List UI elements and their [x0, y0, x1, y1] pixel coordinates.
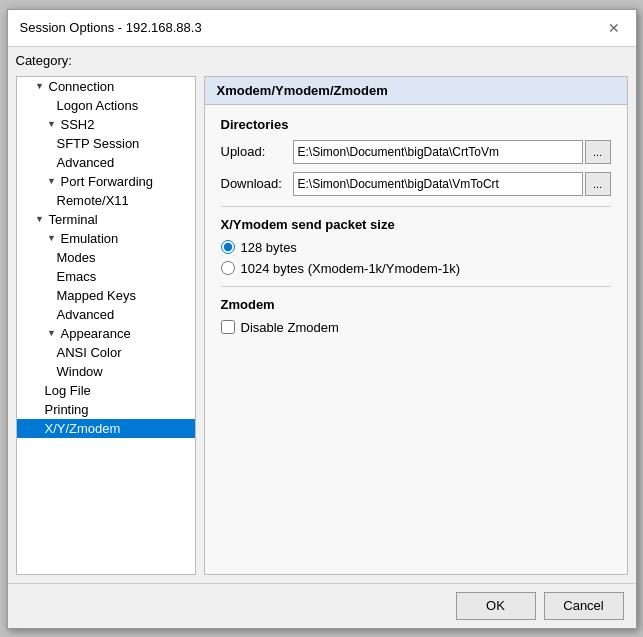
content-inner: Directories Upload: ... Download: ... [205, 105, 627, 574]
sidebar-label-advanced-emulation: Advanced [57, 307, 115, 322]
sidebar-item-emulation[interactable]: ▼ Emulation [17, 229, 195, 248]
sidebar-label-appearance: Appearance [61, 326, 131, 341]
sidebar-item-printing[interactable]: Printing [17, 400, 195, 419]
sidebar-item-ansi-color[interactable]: ANSI Color [17, 343, 195, 362]
directories-section-label: Directories [221, 117, 611, 132]
cancel-button[interactable]: Cancel [544, 592, 624, 620]
download-browse-button[interactable]: ... [585, 172, 611, 196]
radio-1024-bytes[interactable] [221, 261, 235, 275]
upload-input-container: ... [293, 140, 611, 164]
upload-label: Upload: [221, 144, 293, 159]
sidebar-item-modes[interactable]: Modes [17, 248, 195, 267]
sidebar-label-remote-x11: Remote/X11 [57, 193, 129, 208]
disable-zmodem-checkbox[interactable] [221, 320, 235, 334]
sidebar-item-advanced-emulation[interactable]: Advanced [17, 305, 195, 324]
sidebar-item-terminal[interactable]: ▼ Terminal [17, 210, 195, 229]
upload-row: Upload: ... [221, 140, 611, 164]
session-options-dialog: Session Options - 192.168.88.3 ✕ Categor… [7, 9, 637, 629]
expand-icon-connection: ▼ [33, 79, 47, 93]
sidebar-item-emacs[interactable]: Emacs [17, 267, 195, 286]
upload-input[interactable] [293, 140, 583, 164]
radio-128-label: 128 bytes [241, 240, 297, 255]
sidebar-item-sftp-session[interactable]: SFTP Session [17, 134, 195, 153]
radio-1024-label: 1024 bytes (Xmodem-1k/Ymodem-1k) [241, 261, 461, 276]
content-header: Xmodem/Ymodem/Zmodem [205, 77, 627, 105]
sidebar-label-emulation: Emulation [61, 231, 119, 246]
sidebar-label-log-file: Log File [45, 383, 91, 398]
content-area: Xmodem/Ymodem/Zmodem Directories Upload:… [204, 76, 628, 575]
sidebar-label-mapped-keys: Mapped Keys [57, 288, 137, 303]
disable-zmodem-label: Disable Zmodem [241, 320, 339, 335]
sidebar-item-window[interactable]: Window [17, 362, 195, 381]
ok-button[interactable]: OK [456, 592, 536, 620]
sidebar-label-ssh2: SSH2 [61, 117, 95, 132]
sidebar-item-appearance[interactable]: ▼ Appearance [17, 324, 195, 343]
sidebar-label-ansi-color: ANSI Color [57, 345, 122, 360]
sidebar-item-advanced-ssh[interactable]: Advanced [17, 153, 195, 172]
expand-icon-appearance: ▼ [45, 326, 59, 340]
sidebar-item-logon-actions[interactable]: Logon Actions [17, 96, 195, 115]
sidebar-label-emacs: Emacs [57, 269, 97, 284]
sidebar-label-port-forwarding: Port Forwarding [61, 174, 153, 189]
sidebar-label-modes: Modes [57, 250, 96, 265]
sidebar-item-remote-x11[interactable]: Remote/X11 [17, 191, 195, 210]
expand-icon-terminal: ▼ [33, 212, 47, 226]
disable-zmodem-row: Disable Zmodem [221, 320, 611, 335]
download-row: Download: ... [221, 172, 611, 196]
dialog-body: ▼ Connection Logon Actions ▼ SSH2 SFTP S… [8, 68, 636, 583]
expand-icon-port-forwarding: ▼ [45, 174, 59, 188]
category-label: Category: [16, 53, 72, 68]
sidebar-label-connection: Connection [49, 79, 115, 94]
dialog-title: Session Options - 192.168.88.3 [20, 20, 202, 35]
expand-icon-ssh2: ▼ [45, 117, 59, 131]
sidebar-label-printing: Printing [45, 402, 89, 417]
sidebar-item-xy-zmodem[interactable]: X/Y/Zmodem [17, 419, 195, 438]
upload-browse-button[interactable]: ... [585, 140, 611, 164]
sidebar-item-mapped-keys[interactable]: Mapped Keys [17, 286, 195, 305]
sidebar-label-sftp-session: SFTP Session [57, 136, 140, 151]
download-input-container: ... [293, 172, 611, 196]
radio-128-row: 128 bytes [221, 240, 611, 255]
zmodem-section-label: Zmodem [221, 297, 611, 312]
sidebar-item-port-forwarding[interactable]: ▼ Port Forwarding [17, 172, 195, 191]
title-bar: Session Options - 192.168.88.3 ✕ [8, 10, 636, 47]
sidebar-label-advanced-ssh: Advanced [57, 155, 115, 170]
packet-size-label: X/Ymodem send packet size [221, 217, 611, 232]
sidebar-item-log-file[interactable]: Log File [17, 381, 195, 400]
sidebar-item-connection[interactable]: ▼ Connection [17, 77, 195, 96]
sidebar-label-xy-zmodem: X/Y/Zmodem [45, 421, 121, 436]
sidebar-label-terminal: Terminal [49, 212, 98, 227]
sidebar-item-ssh2[interactable]: ▼ SSH2 [17, 115, 195, 134]
sidebar-label-window: Window [57, 364, 103, 379]
expand-icon-emulation: ▼ [45, 231, 59, 245]
close-button[interactable]: ✕ [604, 18, 624, 38]
divider-1 [221, 206, 611, 207]
dialog-footer: OK Cancel [8, 583, 636, 628]
download-input[interactable] [293, 172, 583, 196]
sidebar: ▼ Connection Logon Actions ▼ SSH2 SFTP S… [16, 76, 196, 575]
radio-128-bytes[interactable] [221, 240, 235, 254]
divider-2 [221, 286, 611, 287]
download-label: Download: [221, 176, 293, 191]
sidebar-label-logon-actions: Logon Actions [57, 98, 139, 113]
radio-1024-row: 1024 bytes (Xmodem-1k/Ymodem-1k) [221, 261, 611, 276]
